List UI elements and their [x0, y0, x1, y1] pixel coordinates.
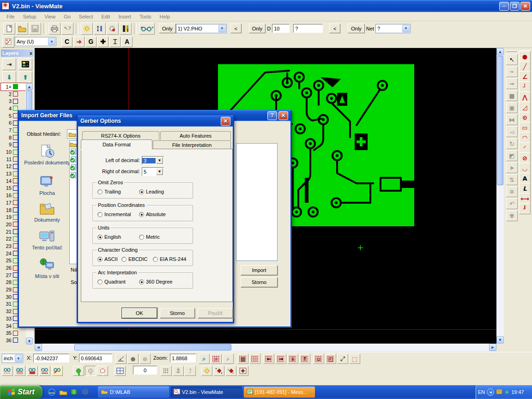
draw-chamfer-icon[interactable]: ┚	[519, 203, 531, 214]
zoom-grid-icon[interactable]: ⌕	[211, 354, 222, 364]
undo-icon[interactable]: ↶	[506, 198, 518, 209]
zoom-value-field[interactable]: 1.8868	[170, 354, 196, 363]
new-file-icon[interactable]	[3, 23, 15, 35]
draw-mode-outline-icon[interactable]	[237, 366, 248, 376]
draw-line-icon[interactable]: ╱	[519, 61, 531, 72]
layers-panel-titlebar[interactable]: Layers x	[1, 49, 34, 57]
move-point-icon[interactable]: ➤	[506, 162, 518, 173]
flash-mode-icon[interactable]	[201, 366, 212, 376]
import-cancel-button[interactable]: Storno	[241, 277, 278, 287]
skew-icon[interactable]: ◅	[506, 126, 518, 137]
only-layer-button[interactable]: Only	[159, 24, 176, 33]
highlight-flash-icon[interactable]	[81, 23, 93, 35]
rotate-icon[interactable]: ↻	[506, 138, 518, 149]
fill-poly-icon[interactable]: ▣	[506, 102, 518, 113]
film-box-icon[interactable]: ▥	[237, 354, 248, 364]
select-area-icon[interactable]: ⬚	[349, 354, 360, 364]
draw-circle-icon[interactable]: ⊙	[519, 112, 531, 123]
draw-text-icon[interactable]: A	[519, 173, 531, 184]
vertical-scroll-thumb[interactable]	[497, 56, 503, 185]
dcode-inspect-icon[interactable]	[107, 23, 119, 35]
layer-combo[interactable]: 1) V2.PHO▼	[176, 24, 227, 33]
layer-color-swatch[interactable]	[13, 331, 18, 336]
layer-row[interactable]: 3	[1, 97, 26, 105]
active-dcode-field[interactable]: 0	[133, 366, 157, 375]
view-dots-icon[interactable]	[2, 366, 13, 376]
import-close-button[interactable]: ✕	[278, 111, 288, 120]
layer-color-swatch[interactable]	[13, 84, 18, 89]
import-help-button[interactable]: ?	[267, 111, 277, 120]
view-pads-icon[interactable]	[27, 366, 38, 376]
draw-dimension-icon[interactable]: ⟷	[519, 193, 531, 204]
view-window-icon[interactable]: ◰	[325, 354, 336, 364]
draw-arc3-icon[interactable]: ◜	[519, 142, 531, 153]
angle-measure-icon[interactable]	[115, 354, 127, 364]
start-button[interactable]: Start	[0, 385, 42, 399]
quicklaunch-folder-icon[interactable]	[59, 389, 67, 396]
taskbar-task-explorer[interactable]: D:\MLAB	[98, 387, 169, 398]
place-desktop[interactable]: Plocha	[24, 175, 71, 196]
menu-tools[interactable]: Tools	[136, 13, 155, 20]
layers-dock-icon[interactable]: ⇥	[2, 58, 16, 70]
print-icon[interactable]	[48, 23, 60, 35]
keyboard-language-indicator[interactable]: EN	[478, 389, 485, 395]
place-documents[interactable]: Dokumenty	[24, 201, 71, 223]
menu-setup[interactable]: Setup	[19, 13, 40, 20]
quicklaunch-book-icon[interactable]	[70, 388, 78, 396]
layer-color-swatch[interactable]	[13, 338, 18, 343]
canvas-vertical-scrollbar[interactable]: ▲ ▼	[496, 48, 504, 344]
gerber-close-button[interactable]: ✕	[221, 117, 230, 126]
tab-rs274x-options[interactable]: RS274-X Options	[82, 131, 159, 140]
radio-metric[interactable]: Metric	[139, 234, 160, 240]
zoom-tool-icon[interactable]: ⌕	[199, 354, 210, 364]
radio-absolute[interactable]: Absolute	[139, 212, 166, 217]
swap-layer-icon[interactable]: ⇅	[506, 174, 518, 185]
vector-path-icon[interactable]: ⤴	[185, 366, 196, 376]
draw-corner-icon[interactable]: ┘	[519, 81, 531, 92]
layers-scroll-up[interactable]: ▲	[26, 83, 33, 90]
units-combo[interactable]: inch▼	[2, 354, 23, 363]
fill-rect-icon[interactable]: ■	[506, 90, 518, 101]
horizontal-scroll-thumb[interactable]	[74, 344, 231, 351]
scroll-up-button[interactable]: ▲	[496, 48, 504, 55]
draw-mode-icon[interactable]	[213, 366, 224, 376]
layer-row[interactable]: 35	[1, 329, 26, 337]
menu-insert[interactable]: Insert	[115, 13, 135, 20]
ok-button[interactable]: OK	[122, 308, 157, 318]
import-button[interactable]: Import	[241, 265, 278, 275]
pan-up-icon[interactable]: ↑	[299, 354, 310, 364]
draw-rectangle-icon[interactable]: ▭	[519, 122, 531, 133]
layer-row[interactable]: 36	[1, 337, 26, 344]
highlight-off-icon[interactable]	[85, 366, 96, 376]
layer-row[interactable]: 1+	[1, 83, 26, 91]
gerber-dialog-titlebar[interactable]: Gerber Options ✕	[78, 115, 233, 127]
layer-move-up-icon[interactable]: ⬆	[18, 71, 32, 83]
tab-data-format[interactable]: Data Format	[81, 139, 152, 149]
prev-layer-button[interactable]: <	[230, 24, 242, 33]
view-film-glasses-icon[interactable]	[139, 23, 155, 35]
select-track-button[interactable]: ⌶	[109, 36, 121, 47]
highlight-net-icon[interactable]	[97, 366, 108, 376]
tray-icq-icon[interactable]: ✳	[504, 389, 509, 396]
anchor-icon[interactable]	[173, 366, 184, 376]
pan-right-icon[interactable]: →	[275, 354, 286, 364]
snap-point-icon[interactable]: ✾	[506, 210, 518, 221]
taskbar-task-message[interactable]: [191-482-091] - Mess...	[244, 387, 315, 398]
apply-button[interactable]: Použít	[198, 308, 233, 318]
radio-incremental[interactable]: Incremental	[97, 212, 131, 217]
context-help-icon[interactable]: ↖?	[61, 23, 73, 35]
net-combo[interactable]: ?▼	[375, 24, 411, 33]
radio-leading[interactable]: Leading	[139, 189, 164, 194]
net-combo-arrow[interactable]: ▼	[402, 25, 410, 32]
measure-tool-icon[interactable]	[94, 23, 106, 35]
radio-eia-rs244[interactable]: EIA RS-244	[153, 256, 186, 262]
layer-color-swatch[interactable]	[13, 99, 18, 104]
menu-help[interactable]: Help	[156, 13, 174, 20]
restore-button[interactable]: ❐	[510, 2, 520, 11]
scroll-down-button[interactable]: ▼	[496, 336, 504, 344]
menu-view[interactable]: View	[41, 13, 59, 20]
radio-trailing[interactable]: Trailing	[97, 189, 121, 194]
gerber-cancel-button[interactable]: Storno	[160, 308, 195, 318]
draw-flash-icon[interactable]: ●	[519, 51, 531, 62]
dcode-input[interactable]: 10	[272, 24, 290, 33]
